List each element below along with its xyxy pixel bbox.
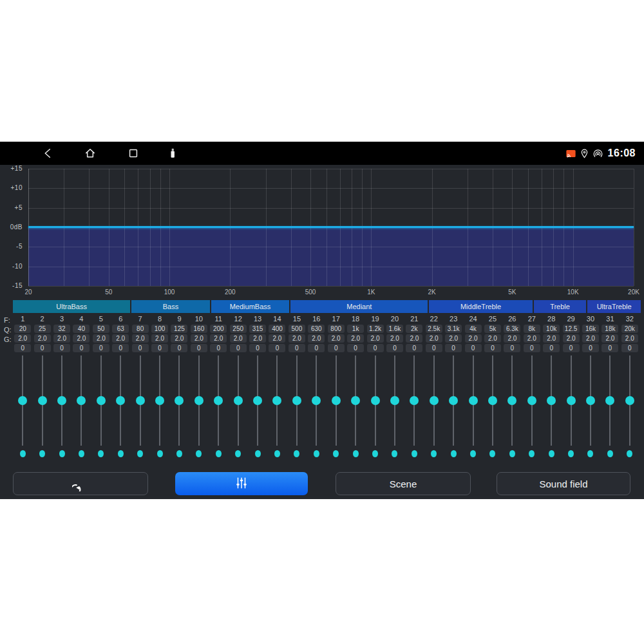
gain-value[interactable]: 0 bbox=[53, 344, 70, 352]
q-value[interactable]: 2.0 bbox=[386, 334, 403, 343]
frequency-value[interactable]: 20 bbox=[14, 325, 31, 333]
slider-handle[interactable] bbox=[18, 396, 27, 405]
slider-handle[interactable] bbox=[136, 396, 145, 405]
gain-value[interactable]: 0 bbox=[445, 344, 462, 352]
slider-handle[interactable] bbox=[507, 396, 516, 405]
band-segment-middletreble[interactable]: MiddleTreble bbox=[429, 300, 532, 313]
q-value[interactable]: 2.0 bbox=[132, 334, 149, 343]
reset-button[interactable] bbox=[13, 472, 148, 495]
gain-value[interactable]: 0 bbox=[34, 344, 51, 352]
frequency-value[interactable]: 125 bbox=[171, 325, 187, 333]
frequency-value[interactable]: 6.3k bbox=[504, 325, 520, 333]
q-value[interactable]: 2.0 bbox=[112, 334, 129, 343]
gain-value[interactable]: 0 bbox=[601, 344, 618, 352]
scene-button[interactable]: Scene bbox=[336, 472, 471, 495]
slider-handle[interactable] bbox=[527, 396, 536, 405]
q-value[interactable]: 2.0 bbox=[73, 334, 90, 343]
frequency-value[interactable]: 50 bbox=[93, 325, 109, 333]
gain-slider[interactable] bbox=[522, 355, 542, 446]
slider-handle[interactable] bbox=[488, 396, 497, 405]
gain-slider[interactable] bbox=[228, 355, 247, 446]
frequency-value[interactable]: 8k bbox=[524, 325, 540, 333]
slider-handle[interactable] bbox=[253, 396, 262, 405]
q-value[interactable]: 2.0 bbox=[171, 334, 187, 343]
gain-value[interactable]: 0 bbox=[191, 344, 207, 352]
gain-slider[interactable] bbox=[209, 355, 228, 446]
slider-handle[interactable] bbox=[292, 396, 301, 405]
q-value[interactable]: 2.0 bbox=[426, 334, 442, 343]
q-value[interactable]: 2.0 bbox=[93, 334, 109, 343]
frequency-value[interactable]: 63 bbox=[112, 325, 129, 333]
slider-handle[interactable] bbox=[567, 396, 576, 405]
gain-value[interactable]: 0 bbox=[465, 344, 482, 352]
frequency-value[interactable]: 4k bbox=[465, 325, 482, 333]
slider-handle[interactable] bbox=[214, 396, 223, 405]
slider-handle[interactable] bbox=[547, 396, 556, 405]
gain-slider[interactable] bbox=[581, 355, 600, 446]
gain-slider[interactable] bbox=[13, 355, 32, 446]
gain-value[interactable]: 0 bbox=[210, 344, 227, 352]
slider-handle[interactable] bbox=[410, 396, 419, 405]
gain-slider[interactable] bbox=[150, 355, 169, 446]
q-value[interactable]: 2.0 bbox=[14, 334, 31, 343]
slider-handle[interactable] bbox=[234, 396, 243, 405]
gain-value[interactable]: 0 bbox=[386, 344, 403, 352]
gain-value[interactable]: 0 bbox=[112, 344, 129, 352]
frequency-value[interactable]: 500 bbox=[289, 325, 305, 333]
gain-slider[interactable] bbox=[483, 355, 502, 446]
q-value[interactable]: 2.0 bbox=[445, 334, 462, 343]
gain-slider[interactable] bbox=[189, 355, 209, 446]
slider-handle[interactable] bbox=[175, 396, 184, 405]
q-value[interactable]: 2.0 bbox=[328, 334, 345, 343]
gain-slider[interactable] bbox=[267, 355, 287, 446]
slider-handle[interactable] bbox=[312, 396, 321, 405]
gain-slider[interactable] bbox=[365, 355, 384, 446]
frequency-value[interactable]: 20k bbox=[621, 325, 638, 333]
slider-handle[interactable] bbox=[38, 396, 47, 405]
frequency-value[interactable]: 80 bbox=[132, 325, 149, 333]
frequency-value[interactable]: 18k bbox=[601, 325, 618, 333]
gain-slider[interactable] bbox=[287, 355, 307, 446]
frequency-value[interactable]: 2.5k bbox=[426, 325, 442, 333]
gain-slider[interactable] bbox=[385, 355, 404, 446]
gain-value[interactable]: 0 bbox=[484, 344, 501, 352]
gain-slider[interactable] bbox=[307, 355, 326, 446]
gain-slider[interactable] bbox=[32, 355, 52, 446]
gain-value[interactable]: 0 bbox=[14, 344, 31, 352]
frequency-value[interactable]: 100 bbox=[151, 325, 168, 333]
band-segment-ultrabass[interactable]: UltraBass bbox=[13, 300, 130, 313]
frequency-value[interactable]: 32 bbox=[53, 325, 70, 333]
frequency-value[interactable]: 1k bbox=[347, 325, 364, 333]
gain-value[interactable]: 0 bbox=[621, 344, 638, 352]
q-value[interactable]: 2.0 bbox=[465, 334, 482, 343]
gain-value[interactable]: 0 bbox=[406, 344, 422, 352]
q-value[interactable]: 2.0 bbox=[347, 334, 364, 343]
frequency-value[interactable]: 25 bbox=[34, 325, 51, 333]
frequency-value[interactable]: 16k bbox=[582, 325, 599, 333]
gain-value[interactable]: 0 bbox=[328, 344, 345, 352]
band-segment-mediumbass[interactable]: MediumBass bbox=[211, 300, 290, 313]
q-value[interactable]: 2.0 bbox=[210, 334, 227, 343]
gain-slider[interactable] bbox=[169, 355, 189, 446]
slider-handle[interactable] bbox=[469, 396, 478, 405]
band-segment-bass[interactable]: Bass bbox=[131, 300, 210, 313]
slider-handle[interactable] bbox=[272, 396, 281, 405]
gain-slider[interactable] bbox=[130, 355, 149, 446]
q-value[interactable]: 2.0 bbox=[406, 334, 422, 343]
band-segment-ultratreble[interactable]: UltraTreble bbox=[587, 300, 641, 313]
q-value[interactable]: 2.0 bbox=[53, 334, 70, 343]
gain-value[interactable]: 0 bbox=[289, 344, 305, 352]
slider-handle[interactable] bbox=[449, 396, 458, 405]
frequency-value[interactable]: 160 bbox=[191, 325, 207, 333]
gain-slider[interactable] bbox=[346, 355, 365, 446]
q-value[interactable]: 2.0 bbox=[524, 334, 540, 343]
frequency-value[interactable]: 315 bbox=[249, 325, 266, 333]
q-value[interactable]: 2.0 bbox=[367, 334, 384, 343]
slider-handle[interactable] bbox=[351, 396, 360, 405]
gain-slider[interactable] bbox=[444, 355, 463, 446]
gain-slider[interactable] bbox=[463, 355, 482, 446]
gain-slider[interactable] bbox=[327, 355, 346, 446]
slider-handle[interactable] bbox=[332, 396, 341, 405]
frequency-value[interactable]: 12.5 bbox=[563, 325, 580, 333]
slider-handle[interactable] bbox=[194, 396, 204, 405]
